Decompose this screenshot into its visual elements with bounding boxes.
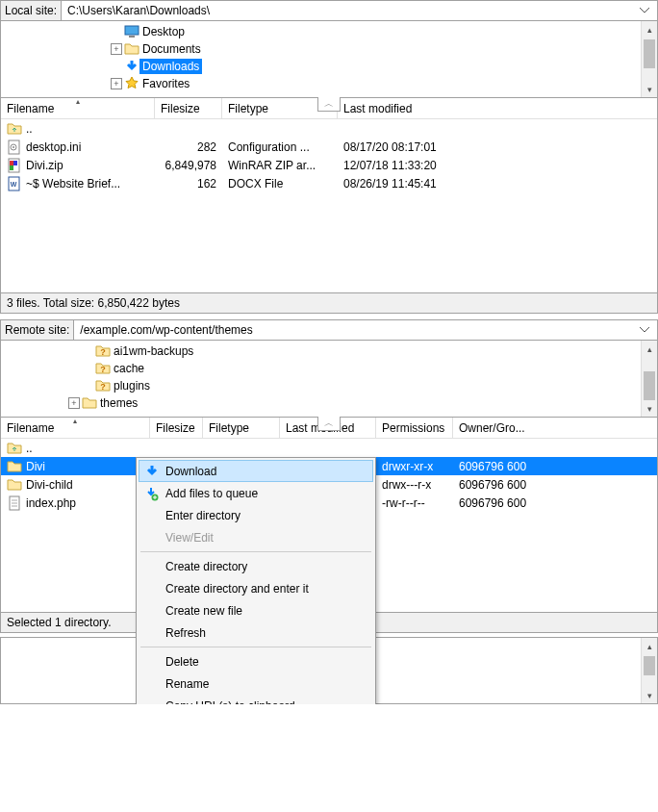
menu-item-rename[interactable]: Rename — [139, 672, 373, 695]
menu-item-label: Rename — [165, 677, 209, 691]
menu-item-label: Add files to queue — [165, 487, 258, 500]
file-row[interactable]: desktop.ini282Configuration ...08/17/20 … — [1, 138, 657, 156]
tree-item[interactable]: ?ai1wm-backups — [5, 343, 653, 360]
menu-item-create-directory-and-enter-it[interactable]: Create directory and enter it — [139, 577, 373, 599]
download-arrow-icon — [124, 59, 139, 74]
scroll-down-icon[interactable]: ▾ — [642, 81, 657, 97]
local-status-bar: 3 files. Total size: 6,850,422 bytes — [0, 293, 658, 314]
queue-add-icon — [143, 486, 159, 501]
scroll-thumb[interactable] — [644, 371, 655, 400]
tree-label: Favorites — [139, 76, 192, 91]
folder-up-icon — [7, 121, 22, 137]
col-header-filesize[interactable]: Filesize — [150, 418, 203, 438]
svg-text:?: ? — [100, 347, 106, 357]
col-header-lastmod[interactable]: Last modified — [338, 98, 657, 118]
menu-item-label: Create directory — [165, 560, 247, 573]
file-type: Configuration ... — [222, 140, 338, 154]
file-row[interactable]: Divi.zip6,849,978WinRAR ZIP ar...12/07/1… — [1, 156, 657, 174]
folder-q-icon: ? — [95, 361, 111, 376]
star-icon — [124, 76, 139, 91]
scroll-down-icon[interactable]: ▾ — [642, 400, 657, 417]
menu-item-label: Copy URL(s) to clipboard — [165, 699, 295, 705]
local-tree-panel: Desktop+DocumentsDownloads+Favorites ▴ ▾ — [0, 21, 658, 98]
svg-rect-1 — [129, 36, 135, 38]
menu-item-add-files-to-queue[interactable]: Add files to queue — [139, 482, 373, 504]
menu-item-delete[interactable]: Delete — [139, 650, 373, 672]
col-header-filename[interactable]: ▴Filename — [1, 98, 155, 118]
menu-item-create-directory[interactable]: Create directory — [139, 555, 373, 577]
remote-path-input[interactable]: /example.com/wp-content/themes — [74, 320, 640, 340]
expander-icon[interactable]: + — [111, 43, 122, 55]
remote-site-label: Remote site: — [1, 320, 74, 340]
tree-item[interactable]: ?plugins — [5, 377, 653, 394]
scroll-up-icon[interactable]: ▴ — [642, 21, 657, 38]
menu-item-label: View/Edit — [165, 531, 214, 545]
menu-item-create-new-file[interactable]: Create new file — [139, 599, 373, 622]
expander-icon[interactable]: + — [68, 397, 80, 409]
parent-dir-label: .. — [26, 122, 33, 136]
col-header-filename[interactable]: ▴Filename — [1, 418, 150, 438]
collapse-handle-icon[interactable]: ︿ — [317, 97, 341, 112]
menu-item-refresh[interactable]: Refresh — [139, 622, 373, 644]
col-header-owner[interactable]: Owner/Gro... — [453, 418, 540, 438]
local-tree-scrollbar[interactable]: ▴ ▾ — [641, 21, 657, 97]
tree-label: cache — [111, 361, 147, 376]
menu-item-enter-directory[interactable]: Enter directory — [139, 504, 373, 526]
col-header-filesize[interactable]: Filesize — [155, 98, 222, 118]
remote-path-bar: Remote site: /example.com/wp-content/the… — [0, 319, 658, 341]
file-row[interactable]: W~$ Website Brief...162DOCX File08/26/19… — [1, 174, 657, 192]
col-header-filetype[interactable]: Filetype — [203, 418, 280, 438]
context-menu: DownloadAdd files to queueEnter director… — [136, 457, 376, 704]
local-path-dropdown[interactable] — [640, 8, 657, 13]
menu-item-copy-url-s-to-clipboard[interactable]: Copy URL(s) to clipboard — [139, 695, 373, 704]
tree-item[interactable]: ?cache — [5, 360, 653, 377]
tree-item[interactable]: +Favorites — [5, 75, 653, 92]
scroll-up-icon[interactable]: ▴ — [642, 341, 657, 357]
file-name: Divi-child — [26, 478, 73, 492]
scroll-thumb[interactable] — [644, 656, 655, 675]
file-perm: -rw-r--r-- — [376, 496, 453, 510]
scroll-down-icon[interactable]: ▾ — [642, 687, 657, 703]
log-scrollbar[interactable]: ▴ ▾ — [641, 638, 657, 703]
scroll-thumb[interactable] — [644, 39, 655, 68]
download-arrow-icon — [144, 464, 160, 479]
sort-asc-icon: ▴ — [73, 417, 77, 425]
tree-label: Downloads — [139, 59, 202, 74]
ini-icon — [7, 140, 22, 155]
folder-icon — [7, 477, 22, 493]
tree-item[interactable]: +Documents — [5, 40, 653, 58]
svg-point-4 — [13, 146, 14, 148]
parent-dir-row[interactable]: .. — [1, 119, 657, 138]
remote-path-dropdown[interactable] — [640, 327, 657, 333]
file-name: index.php — [26, 496, 76, 510]
svg-rect-6 — [10, 161, 13, 165]
svg-text:?: ? — [100, 365, 106, 374]
zip-icon — [7, 158, 22, 173]
folder-icon — [82, 395, 97, 411]
remote-tree-scrollbar[interactable]: ▴ ▾ — [641, 341, 657, 417]
tree-item[interactable]: Desktop — [5, 23, 653, 40]
scroll-up-icon[interactable]: ▴ — [642, 638, 657, 654]
tree-item[interactable]: +themes — [5, 394, 653, 412]
file-mod: 08/17/20 08:17:01 — [338, 140, 463, 154]
svg-text:?: ? — [100, 382, 106, 392]
file-size: 6,849,978 — [155, 159, 222, 172]
menu-item-label: Download — [165, 465, 216, 478]
chevron-down-icon — [640, 327, 649, 333]
folder-up-icon — [7, 441, 22, 456]
menu-separator — [140, 551, 371, 552]
menu-item-label: Refresh — [165, 626, 206, 640]
local-path-input[interactable]: C:\Users\Karan\Downloads\ — [62, 1, 640, 20]
file-name: Divi.zip — [26, 159, 63, 172]
monitor-icon — [124, 24, 139, 39]
file-name: ~$ Website Brief... — [26, 177, 120, 190]
expander-icon[interactable]: + — [111, 78, 122, 89]
parent-dir-label: .. — [26, 442, 33, 455]
col-header-permissions[interactable]: Permissions — [376, 418, 453, 438]
tree-item[interactable]: Downloads — [5, 58, 653, 75]
menu-item-download[interactable]: Download — [139, 460, 373, 482]
collapse-handle-icon[interactable]: ︿ — [317, 417, 341, 431]
file-type: WinRAR ZIP ar... — [222, 159, 338, 172]
parent-dir-row[interactable]: .. — [1, 439, 657, 457]
docx-icon: W — [7, 176, 22, 191]
